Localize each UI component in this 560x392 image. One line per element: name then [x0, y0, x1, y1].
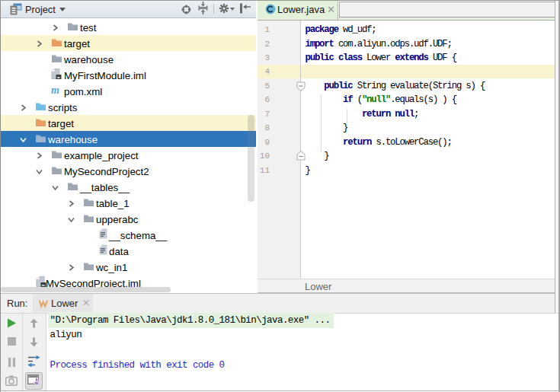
svg-text:m: m	[51, 84, 59, 95]
